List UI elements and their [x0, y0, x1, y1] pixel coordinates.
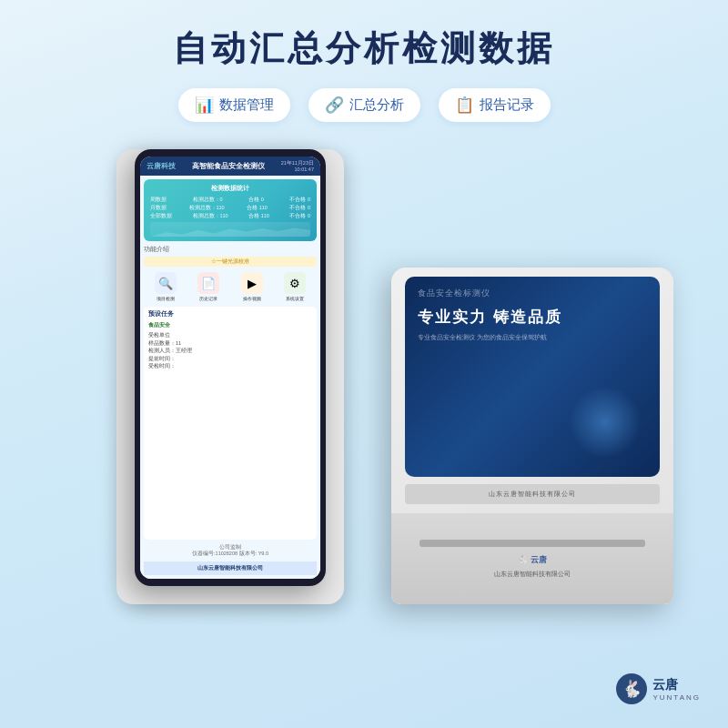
task-title: 预设任务 [148, 310, 312, 318]
tablet-device: 云唐科技 高智能食品安全检测仪 21年11月23日 10:01:47 检测数据统… [135, 149, 326, 586]
task-field-2: 检测人员：王经理 [148, 348, 312, 354]
task-field-4: 受检时间： [148, 363, 312, 369]
yuntang-brand: 🐇 云唐 YUNTANG [615, 672, 701, 705]
func-history-icon: 📄 [197, 272, 219, 294]
stats-weekly-detect: 检测总数：0 [193, 197, 223, 203]
machine-screen-inner: 食品安全检标测仪 专业实力 铸造品质 专业食品安全检测仪 为您的食品安全保驾护航 [405, 277, 660, 477]
machine-brand-row: 🐇 云唐 [518, 554, 547, 566]
data-management-icon: 📊 [195, 96, 214, 115]
company-info-label: 公司监制 [219, 544, 241, 550]
machine-screen-tagline: 专业实力 铸造品质 [418, 307, 562, 328]
stats-weekly-pass: 合格 0 [248, 197, 264, 203]
func-video-icon: ▶ [241, 272, 263, 294]
machine-bottom: 🐇 云唐 山东云唐智能科技有限公司 [391, 513, 673, 604]
tablet-screen: 云唐科技 高智能食品安全检测仪 21年11月23日 10:01:47 检测数据统… [140, 157, 320, 579]
svg-text:🐇: 🐇 [622, 679, 642, 699]
machine-screen-label: 食品安全检标测仪 [418, 288, 490, 299]
summary-analysis-button[interactable]: 🔗 汇总分析 [308, 88, 420, 122]
stats-row-all: 全部数据 检测总数：110 合格 110 不合格 0 [150, 213, 310, 219]
summary-analysis-icon: 🔗 [325, 96, 344, 115]
task-field-0: 受检单位 [148, 332, 312, 339]
func-item-settings[interactable]: ⚙ 系统设置 [284, 272, 306, 301]
tablet-body: 检测数据统计 周数据 检测总数：0 合格 0 不合格 0 月数据 检测总数：11… [140, 176, 320, 579]
task-subtitle: 食品安全 [148, 321, 312, 329]
device-area: 云唐科技 高智能食品安全检测仪 21年11月23日 10:01:47 检测数据统… [0, 149, 728, 622]
machine-label-area: 山东云唐智能科技有限公司 [405, 484, 660, 504]
tablet-footer: 山东云唐智能科技有限公司 [144, 561, 317, 575]
stats-monthly-detect: 检测总数：110 [189, 205, 225, 211]
func-detect-icon: 🔍 [155, 272, 177, 294]
tablet-datetime: 21年11月23日 10:01:47 [281, 160, 314, 172]
stats-weekly-fail: 不合格 0 [289, 197, 310, 203]
machine-screen-area: 食品安全检标测仪 专业实力 铸造品质 专业食品安全检测仪 为您的食品安全保驾护航 [405, 277, 660, 477]
tablet-logo: 云唐科技 [147, 161, 176, 171]
stats-wave [150, 222, 310, 237]
tablet-top-bar: 云唐科技 高智能食品安全检测仪 21年11月23日 10:01:47 [140, 157, 320, 176]
stats-all-detect: 检测总数：110 [193, 213, 228, 219]
company-info-text: 仪器编号:11028208 版本号: Y9.0 [146, 551, 315, 557]
machine-paper-slot [420, 540, 645, 547]
machine-screen-glow [569, 386, 642, 459]
stats-weekly-label: 周数据 [150, 197, 167, 203]
data-management-label: 数据管理 [219, 96, 274, 114]
food-safety-machine: 食品安全检标测仪 专业实力 铸造品质 专业食品安全检测仪 为您的食品安全保驾护航… [391, 268, 673, 604]
yuntang-rabbit-icon: 🐇 [615, 672, 648, 705]
machine-brand-logo: 🐇 云唐 [518, 554, 547, 566]
tablet-device-title: 高智能食品安全检测仪 [192, 162, 265, 171]
task-field-1: 样品数量：11 [148, 340, 312, 347]
yuntang-brand-text: 云唐 YUNTANG [652, 677, 701, 702]
page-title: 自动汇总分析检测数据 [0, 0, 728, 72]
report-record-label: 报告记录 [480, 96, 534, 114]
func-promo: ☆一键光源校准 [144, 257, 317, 267]
report-record-button[interactable]: 📋 报告记录 [439, 88, 551, 122]
stats-all-fail: 不合格 0 [289, 213, 310, 219]
company-info: 公司监制 仪器编号:11028208 版本号: Y9.0 [144, 542, 317, 559]
stats-monthly-pass: 合格 110 [247, 205, 268, 211]
stats-all-label: 全部数据 [150, 213, 172, 219]
summary-analysis-label: 汇总分析 [349, 96, 404, 114]
data-management-button[interactable]: 📊 数据管理 [178, 88, 290, 122]
stats-row-weekly: 周数据 检测总数：0 合格 0 不合格 0 [150, 197, 310, 203]
func-video-label: 操作视频 [243, 296, 261, 301]
machine-screen-sub: 专业食品安全检测仪 为您的食品安全保驾护航 [418, 333, 547, 343]
stats-monthly-label: 月数据 [150, 205, 167, 211]
stats-row-monthly: 月数据 检测总数：110 合格 110 不合格 0 [150, 205, 310, 211]
func-item-video[interactable]: ▶ 操作视频 [241, 272, 263, 301]
stats-all-pass: 合格 110 [248, 213, 269, 219]
func-icons-row: 🔍 项目检测 📄 历史记录 ▶ 操作视频 ⚙ 系统设置 [144, 272, 317, 301]
func-intro-label: 功能介绍 [144, 246, 317, 254]
func-settings-icon: ⚙ [284, 272, 306, 294]
func-settings-label: 系统设置 [286, 296, 304, 301]
func-history-label: 历史记录 [199, 296, 217, 301]
stats-card: 检测数据统计 周数据 检测总数：0 合格 0 不合格 0 月数据 检测总数：11… [144, 179, 317, 241]
feature-buttons-row: 📊 数据管理 🔗 汇总分析 📋 报告记录 [0, 88, 728, 122]
yuntang-name: 云唐 [652, 677, 701, 693]
machine-label-text: 山东云唐智能科技有限公司 [489, 490, 576, 499]
task-field-3: 提前时间： [148, 356, 312, 362]
task-section: 预设任务 食品安全 受检单位 样品数量：11 检测人员：王经理 提前时间： 受检… [144, 307, 317, 540]
machine-company-text: 山东云唐智能科技有限公司 [494, 570, 571, 579]
report-record-icon: 📋 [455, 96, 474, 115]
stats-title: 检测数据统计 [150, 184, 310, 193]
func-detect-label: 项目检测 [157, 296, 175, 301]
stats-monthly-fail: 不合格 0 [289, 205, 310, 211]
func-item-history[interactable]: 📄 历史记录 [197, 272, 219, 301]
machine-body: 食品安全检标测仪 专业实力 铸造品质 专业食品安全检测仪 为您的食品安全保驾护航… [391, 268, 673, 604]
yuntang-sub: YUNTANG [652, 693, 701, 702]
func-item-detect[interactable]: 🔍 项目检测 [155, 272, 177, 301]
